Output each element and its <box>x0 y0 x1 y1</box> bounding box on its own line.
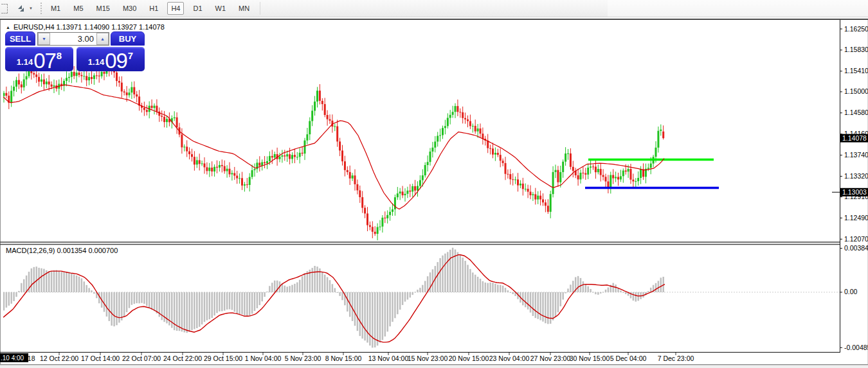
candle-body <box>584 173 586 175</box>
macd-bar <box>186 292 188 333</box>
candle-body <box>347 170 348 172</box>
candle-body <box>76 73 78 76</box>
dropdown-caret-icon[interactable]: ▼ <box>29 6 33 10</box>
macd-bar <box>577 276 579 292</box>
candle-body <box>397 193 399 197</box>
macd-bar <box>507 290 509 292</box>
timeframe-MN[interactable]: MN <box>235 2 253 15</box>
candle-body <box>562 162 564 172</box>
macd-bar <box>587 286 589 292</box>
macd-bar <box>557 292 559 312</box>
candle-body <box>369 225 371 227</box>
macd-bar <box>191 292 193 330</box>
one-click-trading-panel: SELL ▼ 3.00 ▲ BUY 1.14078 1.14097 <box>5 31 145 71</box>
volume-input[interactable]: 3.00 <box>50 33 96 45</box>
macd-bar <box>131 292 133 305</box>
price-tick-label: 1.13320 <box>844 172 868 180</box>
candle-body <box>522 184 524 189</box>
macd-bar <box>324 275 326 292</box>
candle-body <box>442 128 444 135</box>
candle-body <box>364 208 366 214</box>
macd-bar <box>199 292 201 327</box>
candle-body <box>542 199 544 202</box>
macd-bar <box>66 272 68 292</box>
toolbar-grip[interactable] <box>41 3 42 14</box>
macd-bar <box>327 277 329 292</box>
time-axis-label: 8 Nov 15:00 <box>325 355 362 362</box>
candle-body <box>143 108 145 110</box>
candle-body <box>51 85 53 87</box>
panel-toggle-icon[interactable]: ▲ <box>6 25 10 30</box>
macd-bar <box>63 272 65 292</box>
candle-body <box>216 167 218 168</box>
macd-bar <box>138 292 140 303</box>
candle-body <box>73 72 75 76</box>
timeframe-H4[interactable]: H4 <box>167 2 184 15</box>
timeframe-W1[interactable]: W1 <box>212 2 230 15</box>
timeframe-M30[interactable]: M30 <box>119 2 140 15</box>
candle-body <box>43 80 45 85</box>
macd-bar <box>13 292 15 301</box>
macd-bar <box>572 281 574 292</box>
candle-body <box>83 76 85 76</box>
macd-bar <box>530 292 532 313</box>
order-arrows-icon[interactable]: ▼ <box>15 3 33 13</box>
buy-button[interactable]: BUY <box>111 31 145 46</box>
candle-body <box>587 168 589 175</box>
macd-tick-label: 0.003847 <box>844 244 868 252</box>
buy-price-display[interactable]: 1.14097 <box>77 47 145 71</box>
timeframe-D1[interactable]: D1 <box>189 2 206 15</box>
candle-body <box>386 215 388 218</box>
macd-bar <box>411 292 413 295</box>
clipped-tool-icon[interactable] <box>1 4 8 13</box>
macd-bar <box>181 292 183 331</box>
candle-body <box>482 134 484 139</box>
candle-body <box>123 91 125 92</box>
macd-bar <box>123 292 125 317</box>
macd-bar <box>487 283 489 292</box>
candle-body <box>444 126 446 128</box>
candle-body <box>449 115 451 118</box>
timeframe-M15[interactable]: M15 <box>93 2 114 15</box>
macd-bar <box>379 292 381 343</box>
macd-tick-label: 0.00 <box>844 288 858 295</box>
macd-bar <box>219 292 221 311</box>
candle-body <box>552 172 554 194</box>
macd-bar <box>414 292 416 292</box>
macd-bar <box>399 292 401 310</box>
candle-body <box>422 175 424 180</box>
candle-body <box>327 115 329 119</box>
volume-decrease-button[interactable]: ▼ <box>38 33 50 45</box>
volume-increase-button[interactable]: ▲ <box>96 33 109 45</box>
candle-body <box>284 155 285 157</box>
price-tick-label: 1.16250 <box>844 25 868 33</box>
candle-body <box>527 189 529 192</box>
timeframe-M1[interactable]: M1 <box>47 2 64 15</box>
macd-bar <box>86 285 87 292</box>
macd-bar <box>184 292 186 333</box>
macd-bar <box>372 292 374 347</box>
candle-body <box>520 184 521 186</box>
candle-body <box>534 194 536 199</box>
macd-bar <box>73 275 75 292</box>
double-arrow-icon <box>15 3 27 13</box>
candle-body <box>339 141 341 150</box>
candle-body <box>469 121 471 127</box>
sell-price-display[interactable]: 1.14078 <box>5 47 73 71</box>
macd-bar <box>314 266 316 292</box>
macd-bar <box>56 270 58 292</box>
macd-bar <box>341 292 343 300</box>
macd-bar <box>141 292 143 303</box>
macd-bar <box>307 271 309 292</box>
timeframe-H1[interactable]: H1 <box>145 2 162 15</box>
macd-bar <box>447 252 449 292</box>
macd-bar <box>224 292 226 311</box>
candle-body <box>241 178 243 186</box>
candle-body <box>116 73 118 81</box>
candle-body <box>559 172 561 182</box>
macd-bar <box>109 292 111 321</box>
sell-button[interactable]: SELL <box>5 31 35 46</box>
macd-bar <box>542 292 544 322</box>
candle-body <box>213 167 215 171</box>
timeframe-M5[interactable]: M5 <box>69 2 87 15</box>
